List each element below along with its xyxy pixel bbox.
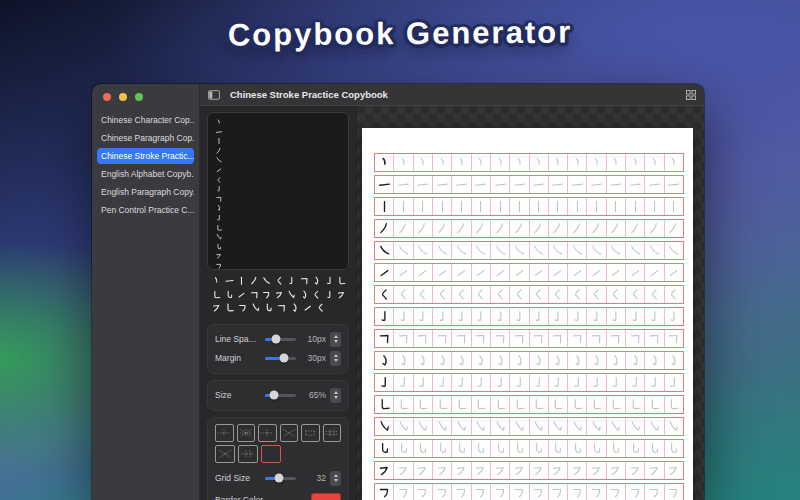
hengzhegou-stroke-glyph[interactable] [261,289,272,301]
hengzhegou-stroke-glyph[interactable] [237,302,249,314]
trace-cell [491,374,510,391]
size-stepper[interactable] [330,388,341,403]
piedian-stroke-glyph[interactable] [274,275,285,287]
pie-stroke-glyph [493,221,508,236]
gallery-grid-icon[interactable] [686,90,696,100]
heng-stroke-glyph[interactable] [224,275,235,287]
dian-stroke-glyph[interactable] [211,275,222,287]
hengpie-stroke-glyph[interactable] [211,302,223,314]
trace-cell [472,242,491,259]
trace-cell [452,330,471,347]
trace-cell [568,418,587,435]
size-settings-group: Size65% [207,380,349,411]
hengzhe-stroke-glyph[interactable] [276,302,288,314]
size-slider[interactable] [265,394,296,397]
heng-stroke-glyph [589,177,604,192]
line-spacing-slider[interactable] [265,338,296,341]
piedian-stroke-glyph[interactable] [315,302,327,314]
grid-style-mi-button[interactable] [237,424,256,442]
dian-stroke-glyph [415,155,430,170]
ti-stroke-glyph [473,265,488,280]
xiegou-stroke-glyph [435,419,450,434]
wangou-stroke-glyph[interactable] [311,275,322,287]
grid-style-vlines-button[interactable] [238,445,258,463]
practice-row-shugou2 [374,373,684,392]
line-spacing-stepper[interactable] [330,332,341,347]
zoom-button[interactable] [135,93,143,101]
grid-style-x-button[interactable] [280,424,299,442]
border-color-swatch[interactable] [311,493,341,500]
size-slider-thumb[interactable] [270,391,279,400]
hengzhe-stroke-glyph[interactable] [299,275,310,287]
shuwan-stroke-glyph[interactable] [211,289,222,301]
grid-size-slider[interactable] [265,477,296,480]
sidebar-toggle-icon[interactable] [208,90,220,100]
grid-style-dots-button[interactable] [215,445,235,463]
xiegou-stroke-glyph[interactable] [250,302,262,314]
trace-cell [414,374,433,391]
sidebar-item-english-paragraph-copy[interactable]: English Paragraph Copy... [97,184,194,200]
grid-style-jiu-button[interactable] [323,424,342,442]
trace-cell [394,396,413,413]
wangou-stroke-glyph[interactable] [289,302,301,314]
example-cell [375,440,394,457]
example-cell [375,176,394,193]
trace-cell [433,242,452,259]
ti-stroke-glyph[interactable] [302,302,314,314]
grid-style-tian-button[interactable] [215,424,234,442]
sidebar-item-pen-control-practice-c[interactable]: Pen Control Practice C... [97,202,194,218]
grid-style-plain-button[interactable] [261,445,281,463]
shuwan-stroke-glyph [550,397,565,412]
wangou-stroke-glyph [550,353,565,368]
trace-cell [530,264,549,281]
trace-cell [472,418,491,435]
line-spacing-slider-thumb[interactable] [272,335,281,344]
xiegou-stroke-glyph[interactable] [286,289,297,301]
shugou2-stroke-glyph [628,375,643,390]
hengzhe-stroke-glyph [608,331,623,346]
ti-stroke-glyph[interactable] [236,289,247,301]
sidebar-item-chinese-stroke-practic[interactable]: Chinese Stroke Practic... [97,148,194,164]
shuwan-stroke-glyph[interactable] [224,302,236,314]
shuwangou-stroke-glyph[interactable] [263,302,275,314]
practice-row-shugou [374,307,684,326]
margin-slider-thumb[interactable] [279,354,288,363]
hengzhe-stroke-glyph[interactable] [249,289,260,301]
hengpie-stroke-glyph[interactable] [336,289,347,301]
pie-stroke-glyph[interactable] [249,275,260,287]
hengpie-stroke-glyph[interactable] [274,289,285,301]
shuwan-stroke-glyph[interactable] [336,275,347,287]
minimize-button[interactable] [119,93,127,101]
shu-stroke-glyph[interactable] [236,275,247,287]
trace-cell [626,264,645,281]
sidebar-item-chinese-paragraph-cop[interactable]: Chinese Paragraph Cop... [97,130,194,146]
na-stroke-glyph[interactable] [261,275,272,287]
shugou-stroke-glyph[interactable] [324,289,335,301]
ti-stroke-glyph [628,265,643,280]
grid-style-hui-button[interactable] [301,424,320,442]
grid-size-stepper[interactable] [330,471,341,486]
heng-stroke-glyph [435,177,450,192]
margin-slider[interactable] [265,357,296,360]
wangou-stroke-glyph[interactable] [299,289,310,301]
piedian-stroke-glyph[interactable] [311,289,322,301]
stroke-input-textarea[interactable] [207,112,349,270]
trace-cell [665,352,683,369]
close-button[interactable] [103,93,111,101]
grid-style-cross-button[interactable] [258,424,277,442]
shuwangou-stroke-glyph[interactable] [224,289,235,301]
sidebar-item-chinese-character-cop[interactable]: Chinese Character Cop... [97,112,194,128]
shuwangou-stroke-glyph [531,441,546,456]
margin-stepper[interactable] [330,351,341,366]
grid-size-slider-thumb[interactable] [274,474,283,483]
shugou-stroke-glyph[interactable] [286,275,297,287]
trace-cell [568,220,587,237]
trace-cell [568,484,587,500]
trace-cell [472,396,491,413]
trace-cell [491,176,510,193]
shugou2-stroke-glyph[interactable] [324,275,335,287]
sidebar-item-english-alphabet-copyb[interactable]: English Alphabet Copyb... [97,166,194,182]
pie-stroke-glyph [608,221,623,236]
trace-cell [452,176,471,193]
xiegou-stroke-glyph [396,419,411,434]
